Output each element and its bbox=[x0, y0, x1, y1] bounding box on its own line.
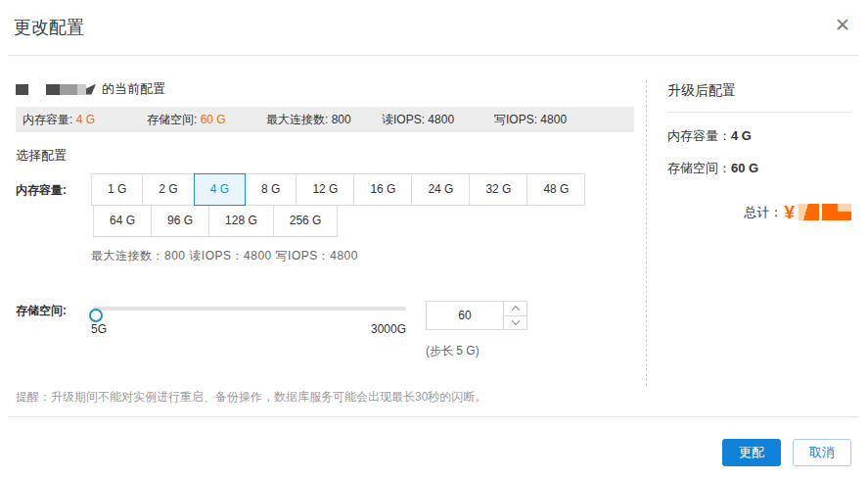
total-label: 总计： bbox=[744, 204, 782, 221]
header-divider bbox=[8, 55, 858, 56]
memory-option-128g[interactable]: 128 G bbox=[208, 205, 274, 237]
total-price-row: 总计： ¥ bbox=[667, 203, 851, 221]
confirm-change-button[interactable]: 更配 bbox=[722, 439, 781, 466]
current-read-iops: 读IOPS: 4800 bbox=[382, 112, 494, 128]
footer-divider bbox=[8, 416, 858, 417]
currency-yuan-icon: ¥ bbox=[784, 203, 795, 221]
storage-slider: 5G 3000G bbox=[91, 301, 406, 344]
stepper-down-button[interactable] bbox=[504, 316, 527, 331]
storage-number-group bbox=[426, 301, 527, 330]
cancel-button[interactable]: 取消 bbox=[793, 439, 851, 466]
slider-min-label: 5G bbox=[91, 322, 107, 336]
memory-option-32g[interactable]: 32 G bbox=[469, 173, 527, 206]
price-redaction-block bbox=[799, 204, 819, 220]
memory-option-1g[interactable]: 1 G bbox=[91, 173, 143, 206]
close-icon[interactable]: ✕ bbox=[831, 14, 854, 37]
current-config-heading-text: 的当前配置 bbox=[102, 80, 165, 98]
upgrade-reminder-text: 提醒：升级期间不能对实例进行重启、备份操作，数据库服务可能会出现最长30秒的闪断… bbox=[16, 389, 634, 406]
storage-input-column: (步长 5 G) bbox=[426, 301, 527, 360]
storage-value-input[interactable] bbox=[426, 301, 504, 330]
vertical-dashed-divider bbox=[646, 80, 647, 386]
memory-option-64g[interactable]: 64 G bbox=[93, 205, 152, 237]
after-upgrade-panel: 升级后配置 内存容量：4 G 存储空间：60 G 总计： ¥ bbox=[667, 82, 851, 221]
memory-options-row-1: 1 G 2 G 4 G 8 G 12 G 16 G 24 G 32 G 48 G bbox=[91, 173, 619, 206]
selected-specs-line: 最大连接数：800 读IOPS：4800 写IOPS：4800 bbox=[91, 248, 634, 264]
after-storage-value: 60 G bbox=[731, 161, 758, 175]
redaction-block bbox=[77, 84, 86, 95]
current-write-iops: 写IOPS: 4800 bbox=[494, 112, 567, 128]
slider-max-label: 3000G bbox=[371, 322, 406, 336]
memory-option-24g[interactable]: 24 G bbox=[411, 173, 470, 206]
memory-options-grid: 1 G 2 G 4 G 8 G 12 G 16 G 24 G 32 G 48 G… bbox=[91, 173, 619, 237]
memory-capacity-label: 内存容量: bbox=[16, 173, 91, 237]
footer-buttons: 更配 取消 bbox=[722, 439, 851, 466]
memory-option-8g[interactable]: 8 G bbox=[245, 173, 297, 206]
slider-handle[interactable] bbox=[89, 309, 103, 322]
price-redaction-block bbox=[822, 204, 851, 220]
storage-row: 存储空间: 5G 3000G (步长 5 G) bbox=[16, 301, 634, 360]
chevron-up-icon bbox=[511, 306, 519, 313]
redaction-block bbox=[16, 84, 28, 95]
chevron-down-icon bbox=[511, 317, 519, 325]
current-memory: 内存容量: 4 G bbox=[23, 112, 147, 128]
current-storage: 存储空间: 60 G bbox=[147, 112, 266, 128]
memory-option-2g[interactable]: 2 G bbox=[142, 173, 194, 206]
memory-option-96g[interactable]: 96 G bbox=[151, 205, 209, 237]
step-size-hint: (步长 5 G) bbox=[426, 343, 527, 360]
redaction-block bbox=[46, 84, 60, 95]
after-memory-value: 4 G bbox=[731, 128, 752, 143]
memory-option-12g[interactable]: 12 G bbox=[296, 173, 354, 206]
memory-option-16g[interactable]: 16 G bbox=[353, 173, 412, 206]
select-config-heading: 选择配置 bbox=[16, 147, 634, 165]
after-upgrade-heading: 升级后配置 bbox=[667, 82, 851, 113]
change-config-dialog: 更改配置 ✕ 的当前配置 内存容量: 4 G 存储空间: 60 G 最大连接数:… bbox=[0, 0, 868, 480]
current-config-heading: 的当前配置 bbox=[16, 80, 634, 98]
redaction-block bbox=[60, 84, 77, 95]
instance-name-redacted bbox=[16, 84, 96, 95]
storage-space-label: 存储空间: bbox=[16, 301, 91, 360]
current-max-connections: 最大连接数: 800 bbox=[266, 112, 382, 128]
memory-options-row-2: 64 G 96 G 128 G 256 G bbox=[93, 205, 619, 237]
slider-track[interactable] bbox=[93, 307, 406, 311]
stepper-up-button[interactable] bbox=[504, 301, 527, 316]
after-memory-row: 内存容量：4 G bbox=[667, 127, 851, 145]
memory-option-48g[interactable]: 48 G bbox=[526, 173, 585, 206]
current-config-bar: 内存容量: 4 G 存储空间: 60 G 最大连接数: 800 读IOPS: 4… bbox=[16, 107, 634, 132]
main-column: 的当前配置 内存容量: 4 G 存储空间: 60 G 最大连接数: 800 读I… bbox=[16, 80, 634, 406]
memory-options-row: 内存容量: 1 G 2 G 4 G 8 G 12 G 16 G 24 G 32 … bbox=[16, 173, 634, 237]
dialog-title: 更改配置 bbox=[14, 16, 84, 39]
redaction-block bbox=[86, 84, 96, 95]
memory-option-4g-selected[interactable]: 4 G bbox=[194, 173, 246, 206]
memory-option-256g[interactable]: 256 G bbox=[273, 205, 339, 237]
after-storage-row: 存储空间：60 G bbox=[667, 160, 851, 177]
stepper-buttons bbox=[504, 301, 527, 330]
